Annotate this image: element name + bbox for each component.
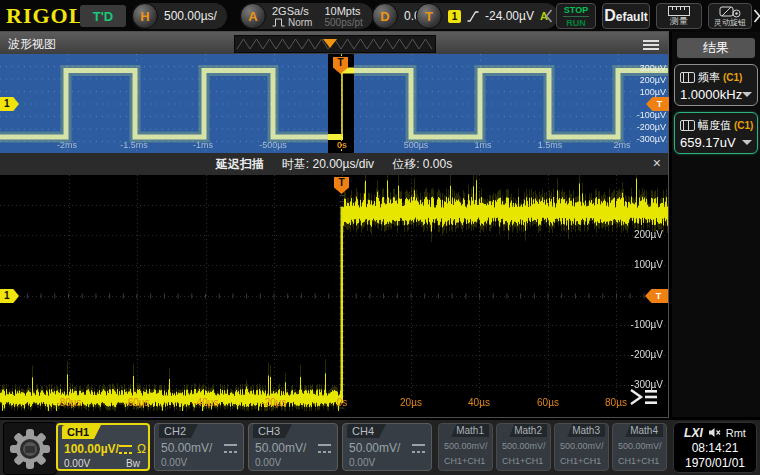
delay-knob[interactable]: D: [372, 3, 398, 29]
overview-trigger-marker[interactable]: T: [333, 57, 348, 74]
channel-scale: 50.00mV/: [255, 441, 306, 455]
coupling-icons: [224, 444, 237, 453]
quick-knob-button[interactable]: 灵动旋钮: [708, 3, 752, 29]
delayed-sweep-title: 延迟扫描: [216, 156, 264, 173]
acquire-knob[interactable]: A: [240, 3, 266, 29]
trigger-level-value: -24.00µV: [485, 9, 534, 23]
result-value-row: 1.0000kHz: [680, 87, 752, 102]
channel-card-ch3[interactable]: CH350.00mV/0.00V: [248, 423, 338, 471]
channel-tab[interactable]: CH2: [159, 424, 198, 438]
main-time-label: 80µs: [591, 397, 641, 408]
overview-trigger-level-marker[interactable]: T: [646, 97, 669, 111]
dropdown-icon[interactable]: [742, 140, 752, 150]
trigger-position-bar[interactable]: [234, 35, 436, 53]
trigger-knob[interactable]: T: [416, 3, 442, 29]
stop-run-button[interactable]: STOP RUN: [556, 3, 596, 29]
trigger-control[interactable]: T 1 -24.00µV A: [416, 3, 558, 29]
system-status-block[interactable]: LXI Rmt 08:14:21 1970/01/01: [673, 422, 757, 473]
math-card-3[interactable]: Math3500.00mV/CH1+CH1: [554, 423, 609, 471]
close-icon[interactable]: ×: [653, 155, 661, 171]
result-source: (C1): [734, 120, 753, 131]
main-trigger-marker[interactable]: T: [334, 177, 349, 194]
channel-scale-row: 50.00mV/: [255, 441, 331, 455]
channel-card-ch4[interactable]: CH450.00mV/0.00V: [342, 423, 432, 471]
main-channel1-marker[interactable]: 1: [0, 289, 19, 303]
settings-gear-button[interactable]: [3, 422, 57, 475]
main-graticule-area[interactable]: T 1 T 200µV100µV0V-100µV-200µV-300µV-80µ…: [0, 175, 668, 411]
knob-icon: [719, 5, 741, 18]
trigger-position-marker-icon[interactable]: [323, 39, 337, 48]
results-title: 结果: [677, 38, 755, 58]
channel-tab[interactable]: CH3: [253, 424, 292, 438]
remote-label: Rmt: [726, 427, 746, 439]
main-time-label: 0s: [317, 397, 367, 408]
math-card-4[interactable]: Math4500.00mV/CH1+CH1: [612, 423, 667, 471]
top-toolbar: RIGOL T'D H 500.00µs/ A 2GSa/s 10Mpts No…: [0, 0, 760, 32]
menu-icon[interactable]: [642, 37, 660, 55]
overview-overlay: T 1 T 300µV200µV100µV-100µV-200µV-300µV-…: [0, 54, 668, 153]
channel-scale: 50.00mV/: [161, 441, 212, 455]
math-tab[interactable]: Math1: [451, 424, 489, 437]
square-wave-icon: [272, 18, 285, 27]
math-tab[interactable]: Math2: [509, 424, 547, 437]
toolbar-scroll-right-icon[interactable]: [753, 9, 760, 27]
channel-offset-row: 0.00V: [349, 457, 423, 468]
coupling-icons: [318, 444, 331, 453]
dc-coupling-icon: [412, 444, 425, 453]
result-card-1[interactable]: 频率(C1)1.0000kHz: [674, 64, 758, 106]
waveform-view-panel: 波形视图 T 1 T 300µV200µV100µV-100µV-200µV-3…: [0, 32, 668, 417]
math-card-1[interactable]: Math1500.00mV/CH1+CH1: [438, 423, 493, 471]
main-time-label: -40µs: [181, 397, 231, 408]
result-label-row: 频率(C1): [680, 70, 742, 85]
dropdown-icon[interactable]: [742, 92, 752, 102]
overview-timebase-area[interactable]: T 1 T 300µV200µV100µV-100µV-200µV-300µV-…: [0, 54, 668, 153]
math-scale: 500.00mV/: [560, 441, 604, 451]
ruler-icon: [668, 6, 690, 16]
channel-offset-row: 0.00VBw: [64, 458, 140, 469]
delayed-sweep-timebase: 时基: 20.00µs/div: [282, 156, 374, 173]
math-expression: CH1+CH1: [502, 456, 543, 466]
main-time-label: 20µs: [386, 397, 436, 408]
overview-volt-label: 100µV: [620, 87, 666, 97]
channel-scale: 50.00mV/: [349, 441, 400, 455]
measure-button[interactable]: 测量: [656, 3, 702, 29]
result-label-row: 幅度值(C1): [680, 118, 753, 133]
channel-card-ch2[interactable]: CH250.00mV/0.00V: [154, 423, 244, 471]
overview-time-label: 1.5ms: [526, 140, 574, 150]
run-label: RUN: [566, 18, 586, 28]
system-time: 08:14:21: [692, 441, 739, 455]
result-card-2[interactable]: 幅度值(C1)659.17uV: [674, 112, 758, 154]
overview-volt-label: 300µV: [620, 63, 666, 73]
horizontal-control[interactable]: H 500.00µs/: [132, 3, 227, 29]
horizontal-knob[interactable]: H: [132, 3, 158, 29]
system-date: 1970/01/01: [685, 456, 745, 470]
channel-tab[interactable]: CH4: [347, 424, 386, 438]
toolbar-scroll-left-icon[interactable]: [545, 9, 553, 27]
channel-status-bar: CH1100.00µV/Ω0.00VBwCH250.00mV/0.00VCH35…: [0, 420, 760, 475]
main-volt-label: -200µV: [609, 349, 663, 360]
math-scale: 500.00mV/: [502, 441, 546, 451]
overview-channel1-marker[interactable]: 1: [0, 97, 19, 111]
channel-scale: 100.00µV/: [64, 442, 119, 456]
math-card-2[interactable]: Math2500.00mV/CH1+CH1: [496, 423, 551, 471]
channel-offset-row: 0.00V: [255, 457, 329, 468]
math-expression: CH1+CH1: [444, 456, 485, 466]
acquire-control[interactable]: A 2GSa/s 10Mpts Norm 500ps/pt: [240, 3, 373, 29]
math-tab[interactable]: Math4: [625, 424, 663, 437]
memory-depth: 10Mpts: [324, 5, 362, 17]
channel-card-ch1[interactable]: CH1100.00µV/Ω0.00VBw: [56, 423, 150, 471]
dc-coupling-icon: [119, 445, 132, 454]
channel-tab[interactable]: CH1: [62, 425, 101, 439]
math-tab[interactable]: Math3: [567, 424, 605, 437]
measure-label: 测量: [670, 16, 688, 26]
trigger-source-badge: 1: [448, 10, 461, 23]
result-label: 频率: [698, 70, 720, 85]
math-expression: CH1+CH1: [560, 456, 601, 466]
default-label: Default: [604, 7, 648, 25]
overview-time-label: 2ms: [598, 140, 646, 150]
overview-volt-label: -100µV: [620, 110, 666, 120]
rising-edge-icon: [467, 10, 479, 23]
default-button[interactable]: Default: [602, 3, 650, 29]
channel-offset: 0.00V: [255, 457, 281, 468]
main-volt-label: -100µV: [609, 319, 663, 330]
